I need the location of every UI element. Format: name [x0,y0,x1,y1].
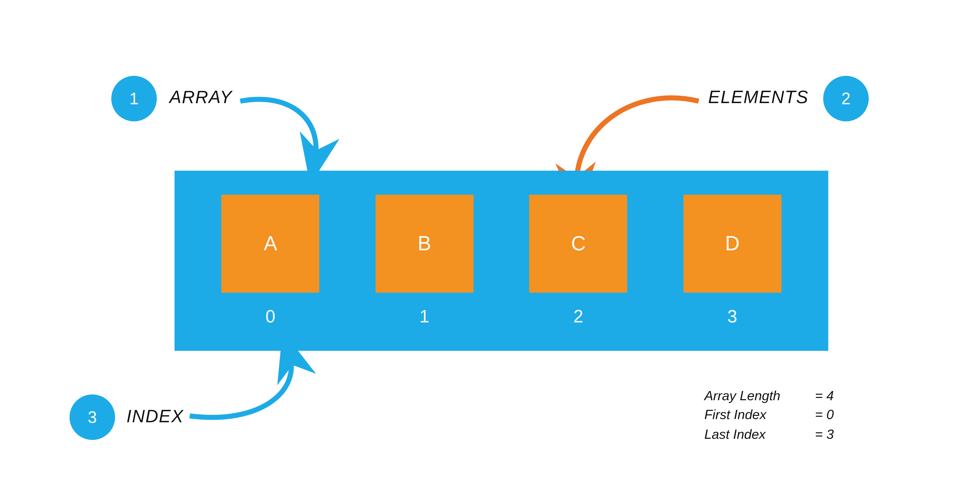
array-element-value: D [725,232,740,255]
elements-label: ELEMENTS [708,87,809,107]
array-element-value: A [264,232,277,255]
array-slot: C 2 [530,195,627,327]
array-element: A [221,195,320,293]
array-container: A 0 B 1 C 2 D 3 [175,170,829,351]
array-slot: A 0 [221,195,320,327]
info-row: First Index = 0 [705,406,834,425]
info-row: Last Index = 3 [705,425,834,444]
array-index-label: 3 [727,307,737,327]
index-label: INDEX [127,406,184,426]
info-val: = 3 [815,425,834,444]
info-panel: Array Length = 4 First Index = 0 Last In… [705,386,834,444]
info-key: Array Length [705,386,815,406]
info-row: Array Length = 4 [705,386,834,406]
array-label: ARRAY [170,87,232,107]
array-element-value: C [571,232,585,255]
array-index-label: 1 [419,307,429,327]
badge-elements: 2 [823,76,869,121]
array-slot: B 1 [375,195,474,327]
badge-array-number: 1 [129,89,139,108]
arrow-array-icon [234,86,335,174]
info-key: First Index [705,406,815,425]
badge-index-number: 3 [88,407,97,427]
info-val: = 0 [815,406,834,425]
array-slot: D 3 [683,195,781,327]
array-index-label: 2 [573,307,583,327]
array-index-label: 0 [266,307,275,327]
arrow-index-icon [183,348,323,430]
info-val: = 4 [815,386,834,406]
array-element: B [375,195,474,293]
array-element: C [530,195,627,293]
badge-index: 3 [70,395,115,440]
array-element-value: B [418,232,431,255]
badge-elements-number: 2 [841,89,851,108]
badge-array: 1 [111,76,157,121]
info-key: Last Index [705,425,815,444]
array-element: D [683,195,781,293]
